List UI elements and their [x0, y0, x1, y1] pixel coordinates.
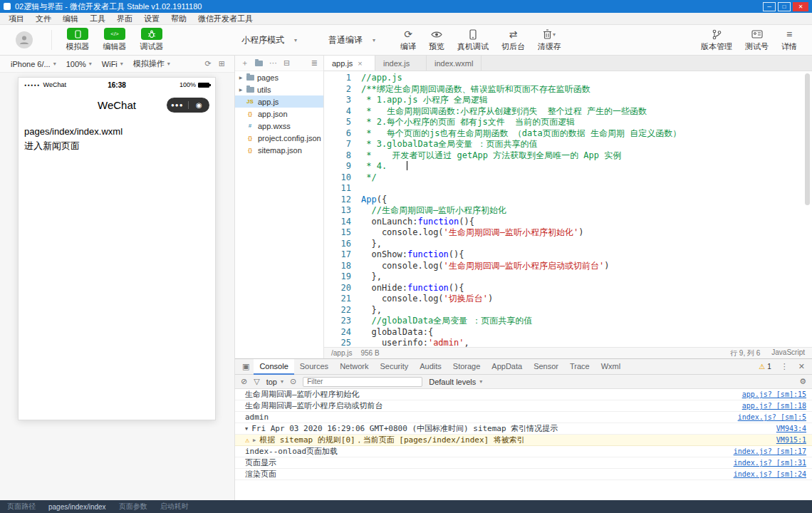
avatar[interactable]	[16, 31, 33, 48]
editor-tab-index.js[interactable]: index.js	[375, 56, 427, 71]
code-line[interactable]: * 开发者可以通过 getApp 方法获取到全局唯一的 App 实例	[361, 150, 681, 162]
code-area[interactable]: 1234567891011121314151617181920212223242…	[324, 71, 812, 347]
compile-button[interactable]: ⟳ 编译	[400, 28, 416, 52]
code-line[interactable]: userinfo:'admin',	[361, 338, 681, 347]
code-line[interactable]: },	[361, 239, 681, 250]
expand-icon[interactable]: ▶	[253, 437, 256, 443]
filter-input[interactable]	[303, 377, 422, 387]
collapse-panel-icon[interactable]: ⊞	[215, 59, 229, 68]
device-select[interactable]: iPhone 6/...▾	[6, 60, 61, 68]
source-link[interactable]: index.js? [sm]:24	[734, 470, 806, 478]
rotate-icon[interactable]: ⟳	[202, 59, 215, 68]
collapse-icon[interactable]: ▼	[245, 426, 248, 432]
menu-item[interactable]: 微信开发者工具	[192, 14, 259, 24]
log-level-select[interactable]: Default levels ▾	[429, 378, 482, 386]
code-line[interactable]: console.log('生命周期回调—监听小程序初始化')	[361, 227, 681, 239]
code-line[interactable]: console.log('切换后台')	[361, 294, 681, 305]
code-line[interactable]: * 1.app.js 小程序 全局逻辑	[361, 95, 681, 106]
details-button[interactable]: ≡ 详情	[781, 28, 797, 52]
code-line[interactable]: App({	[361, 195, 681, 206]
settings-gear-icon[interactable]: ⚙	[799, 377, 806, 386]
code-line[interactable]: console.log('生命周期回调—监听小程序启动或切前台')	[361, 261, 681, 272]
code-line[interactable]: globalData:{	[361, 327, 681, 338]
devtools-tab-sources[interactable]: Sources	[294, 359, 334, 375]
code-line[interactable]: * 2.每个小程序的页面 都有js文件 当前的页面逻辑	[361, 117, 681, 128]
language-indicator[interactable]: JavaScript	[771, 348, 805, 358]
minimize-button[interactable]: ─	[763, 2, 776, 11]
code-line[interactable]: */	[361, 172, 681, 184]
mode-select[interactable]: 小程序模式 ▾	[241, 34, 297, 46]
tree-item-utils[interactable]: ▶utils	[235, 83, 323, 95]
close-button[interactable]: ✕	[793, 2, 808, 11]
editor-tab-app.js[interactable]: app.js×	[324, 56, 375, 71]
tree-item-app.wxss[interactable]: #app.wxss	[235, 120, 323, 132]
debugger-toggle-button[interactable]: 调试器	[133, 28, 170, 52]
source-link[interactable]: index.js? [sm]:17	[734, 447, 806, 455]
more-menu-icon[interactable]: ⋮	[776, 362, 793, 371]
devtools-tab-appdata[interactable]: AppData	[486, 359, 528, 375]
menu-item[interactable]: 设置	[138, 14, 165, 24]
code-line[interactable]	[361, 183, 681, 195]
source-link[interactable]: app.js? [sm]:15	[742, 390, 806, 398]
network-select[interactable]: WiFi▾	[97, 60, 128, 68]
compile-mode-select[interactable]: 普通编译 ▾	[328, 34, 375, 46]
zoom-select[interactable]: 100%▾	[61, 60, 97, 68]
code-line[interactable]: },	[361, 271, 681, 283]
switch-background-button[interactable]: ⇄ 切后台	[501, 28, 525, 52]
devtools-tab-security[interactable]: Security	[374, 359, 414, 375]
more-menu-icon[interactable]: ●●●	[167, 102, 188, 108]
context-select[interactable]: top ▾	[266, 378, 283, 386]
tree-item-project.config.json[interactable]: {}project.config.json	[235, 132, 323, 144]
source-link[interactable]: VM915:1	[776, 436, 806, 444]
inspect-icon[interactable]: ▣	[238, 362, 254, 371]
tree-item-pages[interactable]: ▶pages	[235, 71, 323, 83]
code-line[interactable]: onHide:function(){	[361, 283, 681, 294]
menu-item[interactable]: 文件	[30, 14, 57, 24]
exit-circle-icon[interactable]: ◉	[189, 101, 210, 109]
add-folder-icon[interactable]	[255, 61, 263, 66]
menu-item[interactable]: 项目	[3, 14, 30, 24]
code-line[interactable]: //app.js	[361, 73, 681, 84]
simulator-toggle-button[interactable]: 模拟器	[59, 28, 96, 52]
more-options-icon[interactable]: ⋯	[269, 58, 277, 68]
devtools-tab-audits[interactable]: Audits	[414, 359, 447, 375]
devtools-tab-wxml[interactable]: Wxml	[595, 359, 627, 375]
code-line[interactable]: * 3.globalData全局变量 ：页面共享的值	[361, 139, 681, 150]
preview-button[interactable]: 预览	[429, 28, 444, 52]
menu-item[interactable]: 工具	[84, 14, 111, 24]
devtools-tab-storage[interactable]: Storage	[447, 359, 486, 375]
source-link[interactable]: app.js? [sm]:18	[742, 402, 806, 410]
source-link[interactable]: index.js? [sm]:5	[738, 413, 806, 421]
devtools-tab-network[interactable]: Network	[334, 359, 374, 375]
close-tab-icon[interactable]: ×	[358, 59, 362, 68]
collapse-tree-icon[interactable]: ⊟	[283, 58, 290, 68]
enter-news-link[interactable]: 进入新闻页面	[24, 139, 209, 153]
tree-item-sitemap.json[interactable]: {}sitemap.json	[235, 144, 323, 156]
real-device-debug-button[interactable]: 真机调试	[457, 28, 489, 52]
devtools-tab-trace[interactable]: Trace	[564, 359, 595, 375]
source-link[interactable]: VM943:4	[776, 425, 806, 432]
devtools-tab-console[interactable]: Console	[254, 359, 293, 375]
test-account-button[interactable]: 测试号	[745, 28, 769, 52]
menu-item[interactable]: 编辑	[57, 14, 84, 24]
clear-console-icon[interactable]: ⊘	[241, 377, 247, 386]
code-line[interactable]: },	[361, 305, 681, 316]
sim-operation-select[interactable]: 模拟操作▾	[128, 58, 175, 69]
editor-tab-index.wxml[interactable]: index.wxml	[427, 56, 482, 71]
menu-item[interactable]: 帮助	[165, 14, 192, 24]
maximize-button[interactable]: □	[778, 2, 791, 11]
add-file-icon[interactable]: ＋	[241, 58, 249, 68]
close-devtools-icon[interactable]: ✕	[794, 362, 809, 371]
code-line[interactable]: * 每个页面的js也有生命周期函数 （data页面的数据 生命周期 自定义函数）	[361, 128, 681, 140]
eye-icon[interactable]: ⊙	[290, 377, 296, 386]
code-line[interactable]: /**绑定生命周期回调函数、错误监听和页面不存在监听函数	[361, 84, 681, 95]
warning-badge[interactable]: ⚠ 1	[755, 363, 775, 370]
tree-item-app.json[interactable]: {}app.json	[235, 108, 323, 120]
code-line[interactable]: //globalData全局变量 ：页面共享的值	[361, 316, 681, 327]
clear-cache-button[interactable]: ▾ 清缓存	[538, 28, 561, 52]
version-manage-button[interactable]: 版本管理	[701, 28, 732, 52]
source-link[interactable]: index.js? [sm]:31	[734, 459, 806, 467]
tree-item-app.js[interactable]: JSapp.js	[235, 95, 323, 108]
code-line[interactable]: onShow:function(){	[361, 249, 681, 261]
scrollbar[interactable]	[805, 73, 810, 205]
